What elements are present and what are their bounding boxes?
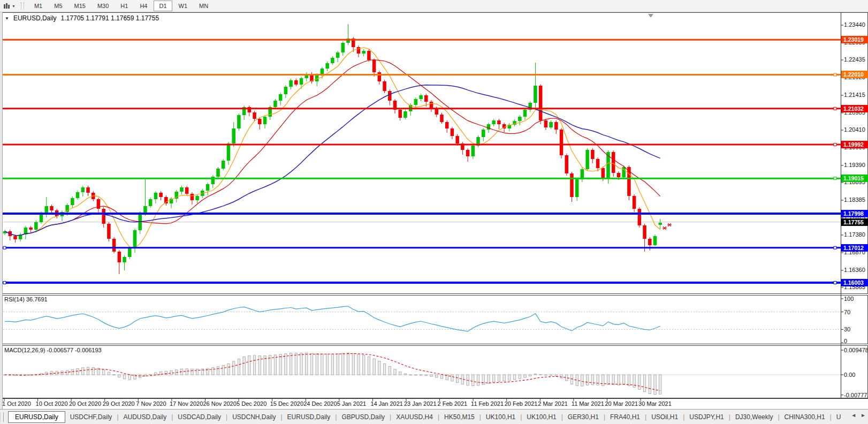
price-level-chip: 1.17998	[841, 210, 868, 217]
symbol-tab[interactable]: UK100,H1	[481, 412, 520, 422]
price-level-chip: 1.19015	[841, 175, 868, 182]
chart-canvas[interactable]	[0, 0, 868, 424]
timeframe-button-d1[interactable]: D1	[154, 1, 172, 11]
date-tick-label: 5 Jan 2021	[337, 400, 366, 407]
chart-title: ▼ EURUSD,Daily 1.17705 1.17791 1.17659 1…	[5, 14, 159, 22]
date-tick-label: 7 Nov 2020	[136, 400, 166, 407]
price-tick: 1.21415	[844, 92, 865, 98]
macd-axis-tick: 0.00	[844, 372, 855, 378]
date-tick-label: 17 Nov 2020	[170, 400, 203, 407]
date-tick-label: 29 Oct 2020	[103, 400, 135, 407]
symbol-tab[interactable]: USOil,H1	[646, 412, 683, 422]
signal-mark	[663, 226, 667, 230]
price-tick: 1.19390	[844, 162, 865, 168]
chevron-down-icon: ▼	[12, 4, 16, 8]
timeframe-button-h4[interactable]: H4	[134, 1, 153, 11]
price-tick: 1.17380	[844, 231, 865, 238]
rsi-line	[5, 306, 660, 331]
tab-scroll-right-icon[interactable]: ►	[861, 412, 866, 418]
date-tick-label: 14 Jan 2021	[370, 400, 403, 407]
title-dropdown-icon: ▼	[5, 16, 9, 21]
chart-ohlc: 1.17705 1.17791 1.17659 1.17755	[61, 14, 159, 22]
timeframe-button-mn[interactable]: MN	[194, 1, 214, 11]
date-tick-label: 2 Feb 2021	[438, 400, 468, 407]
rsi-axis-tick: 100	[844, 296, 854, 302]
symbol-tab[interactable]: U	[832, 412, 846, 422]
symbol-tab[interactable]: USDJPY,H1	[684, 412, 728, 422]
price-level-chip: 1.19992	[841, 141, 868, 148]
date-tick-label: 2 Mar 2021	[538, 400, 568, 407]
price-tick: 1.23440	[844, 21, 865, 28]
date-tick-label: 23 Jan 2021	[404, 400, 437, 407]
macd-axis-tick: -0.00777	[844, 392, 867, 398]
symbol-tab[interactable]: HK50,M15	[439, 412, 479, 422]
chart-type-icon[interactable]: ▼	[1, 2, 18, 11]
symbol-tab[interactable]: UK100,H1	[522, 412, 561, 422]
symbol-tab[interactable]: EURUSD,Daily	[283, 412, 336, 422]
symbol-tabbar: EURUSD,DailyUSDCHF,Daily|AUDUSD,Daily|US…	[0, 409, 868, 424]
price-tick: 1.16360	[844, 267, 865, 273]
timeframe-button-m5[interactable]: M5	[49, 1, 67, 11]
symbol-tab[interactable]: GBPUSD,Daily	[337, 412, 390, 422]
symbol-tab[interactable]: FRA40,H1	[605, 412, 645, 422]
signal-mark	[667, 223, 672, 226]
chart-shift-icon	[648, 14, 653, 18]
price-level-chip: 1.22010	[841, 71, 868, 78]
macd-label: MACD(12,26,9) -0.006577 -0.006193	[4, 347, 102, 353]
date-tick-label: 24 Dec 2020	[303, 400, 337, 407]
tabbar-grip	[0, 412, 4, 422]
price-level-chip: 1.16003	[841, 279, 868, 286]
date-tick-label: 20 Oct 2020	[69, 400, 101, 407]
toolbar: ▼ M1M5M15M30H1H4D1W1MN	[0, 0, 868, 12]
symbol-tab[interactable]: CHINA300,H1	[780, 412, 830, 422]
timeframe-button-w1[interactable]: W1	[173, 1, 193, 11]
date-tick-label: 10 Oct 2020	[36, 400, 68, 407]
tab-scroll-left-icon[interactable]: ◄	[851, 412, 856, 418]
tab-scroll-arrows: ◄ ►	[851, 412, 866, 418]
price-level-chip: 1.23019	[841, 36, 868, 43]
date-tick-label: 15 Dec 2020	[270, 400, 303, 407]
date-tick-label: 11 Feb 2021	[471, 400, 504, 407]
symbol-tab[interactable]: GER30,H1	[563, 412, 604, 422]
symbol-tab[interactable]: AUDUSD,Daily	[119, 412, 172, 422]
toolbar-grip	[21, 2, 24, 10]
symbol-tab[interactable]: USDCHF,Daily	[65, 412, 117, 422]
symbol-tab[interactable]: XAUUSD,H4	[391, 412, 438, 422]
date-tick-label: 5 Dec 2020	[237, 400, 267, 407]
symbol-tab[interactable]: USDCNH,Daily	[227, 412, 280, 422]
symbol-tab[interactable]: USDCAD,Daily	[173, 412, 226, 422]
rsi-axis-tick: 30	[844, 326, 850, 332]
date-tick-label: 20 Mar 2021	[605, 400, 638, 407]
macd-axis-tick: 0.009478	[844, 347, 868, 353]
date-tick-label: 11 Mar 2021	[572, 400, 604, 407]
price-tick: 1.22435	[844, 56, 865, 63]
date-tick-label: 20 Feb 2021	[505, 400, 538, 407]
symbol-tab[interactable]: DJ30,Weekly	[730, 412, 778, 422]
date-tick-label: 26 Nov 2020	[203, 400, 236, 407]
chart-symbol: EURUSD,Daily	[13, 14, 57, 22]
candlestick-icon	[3, 3, 10, 10]
timeframe-button-m1[interactable]: M1	[29, 1, 48, 11]
current-price-chip: 1.17755	[841, 218, 868, 226]
rsi-axis-tick: 0	[844, 338, 847, 344]
rsi-axis-tick: 70	[844, 309, 850, 315]
date-tick-label: 1 Oct 2020	[2, 400, 31, 407]
timeframe-button-m15[interactable]: M15	[69, 1, 91, 11]
price-tick: 1.18385	[844, 196, 865, 203]
rsi-label: RSI(14) 36.7691	[4, 296, 48, 302]
price-level-chip: 1.17012	[841, 244, 868, 252]
price-tick: 1.20410	[844, 126, 865, 133]
timeframe-button-m30[interactable]: M30	[92, 1, 114, 11]
symbol-tab[interactable]: EURUSD,Daily	[8, 411, 65, 423]
price-level-chip: 1.21032	[841, 105, 868, 112]
date-tick-label: 30 Mar 2021	[638, 400, 672, 407]
timeframe-button-h1[interactable]: H1	[115, 1, 133, 11]
